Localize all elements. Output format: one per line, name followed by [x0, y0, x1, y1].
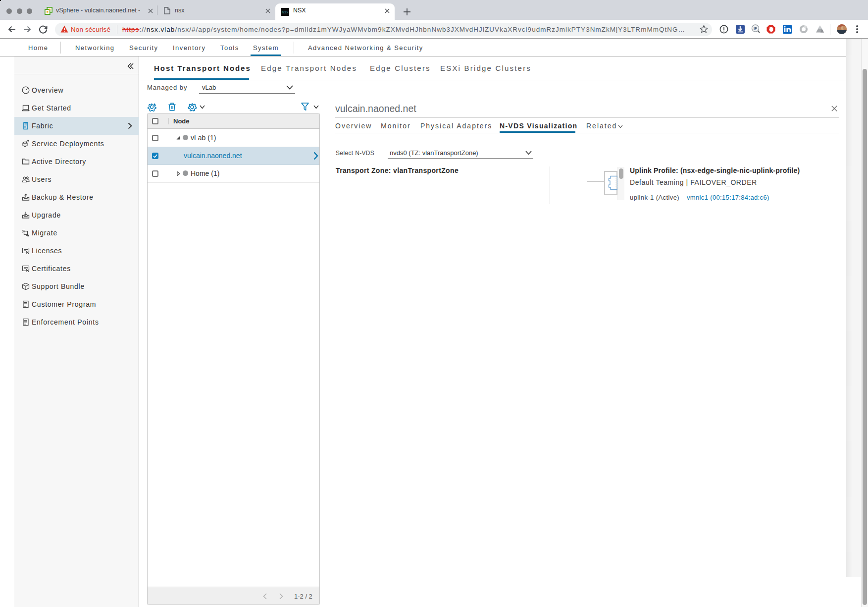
svg-text:IP: IP [754, 26, 757, 31]
svg-text:NSX: NSX [282, 11, 288, 14]
